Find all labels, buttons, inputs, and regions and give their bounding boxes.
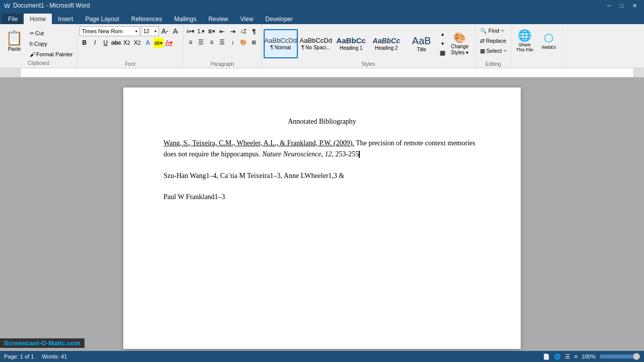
zoom-slider[interactable]	[600, 354, 640, 358]
webex-button[interactable]: ⬡ WebEx	[538, 26, 560, 55]
clipboard-others: ✂ Cut ⎘ Copy 🖌 Format Painter	[28, 27, 75, 60]
find-icon: 🔍	[480, 28, 487, 34]
font-group-label: Font	[125, 61, 135, 68]
underline-button[interactable]: U	[101, 38, 111, 48]
style-normal-preview: AaBbCcDd	[265, 37, 297, 44]
paste-button[interactable]: 📋 Paste	[2, 27, 27, 54]
font-name-dropdown[interactable]: Times New Rom ▾	[79, 26, 140, 36]
authors-line1: Szu-Han Wang1–4, Ca´tia M Teixeira1–3, A…	[164, 172, 344, 179]
font-size-value: 12	[143, 28, 149, 34]
styles-gallery: AaBbCcDd ¶ Normal AaBbCcDd ¶ No Spaci...…	[264, 29, 439, 58]
document-body[interactable]: Wang, S., Teixeira, C.M., Wheeler, A.L.,…	[164, 138, 480, 203]
align-left-button[interactable]: ≡	[186, 37, 196, 47]
style-normal-label: ¶ Normal	[271, 45, 291, 50]
style-heading2[interactable]: AaBbCc Heading 2	[369, 29, 404, 58]
style-heading2-label: Heading 2	[375, 45, 398, 51]
show-hide-button[interactable]: ¶	[249, 26, 259, 36]
style-normal[interactable]: AaBbCcDd ¶ Normal	[264, 29, 298, 58]
decrease-font-button[interactable]: A-	[171, 26, 181, 36]
tab-file[interactable]: File	[2, 14, 24, 24]
style-title[interactable]: AaB Title	[405, 29, 439, 58]
styles-expand-button[interactable]: ⬛	[439, 49, 447, 57]
tab-view[interactable]: View	[234, 14, 260, 24]
align-right-button[interactable]: ≡	[207, 37, 217, 47]
shading-button[interactable]: 🎨	[238, 37, 249, 47]
style-no-spacing-preview: AaBbCcDd	[300, 37, 332, 44]
cut-icon: ✂	[30, 30, 34, 37]
highlight-color-button[interactable]: ab▾	[153, 38, 164, 48]
authors-paragraph2: Paul W Frankland1–3	[164, 192, 480, 203]
change-styles-icon: 🎨	[453, 32, 466, 44]
share-this-file-button[interactable]: 🌐 ShareThis File	[514, 26, 536, 55]
font-color-button[interactable]: A▾	[164, 38, 174, 48]
status-right: 📄 🌐 ☰ ≡ 100%	[543, 353, 640, 360]
cut-button[interactable]: ✂ Cut	[28, 28, 75, 38]
replace-button[interactable]: ⇄ Replace	[477, 36, 509, 45]
editing-group: 🔍 Find ~ ⇄ Replace ▦ Select ~ Editing	[475, 24, 512, 68]
ribbon-tabs: File Home Insert Page Layout References …	[0, 11, 644, 24]
style-heading1[interactable]: AaBbCc Heading 1	[334, 29, 368, 58]
paragraph-group-label: Paragraph	[210, 61, 234, 68]
document-page: Annotated Bibliography Wang, S., Teixeir…	[123, 87, 521, 349]
style-no-spacing[interactable]: AaBbCcDd ¶ No Spaci...	[299, 29, 333, 58]
change-styles-button[interactable]: 🎨 ChangeStyles ▾	[447, 29, 473, 58]
tab-mailings[interactable]: Mailings	[168, 14, 202, 24]
style-title-label: Title	[417, 47, 426, 52]
share-icon: 🌐	[518, 29, 531, 42]
authors-line2: Paul W Frankland1–3	[164, 193, 225, 201]
multilevel-button[interactable]: ≣▾	[207, 27, 217, 36]
view-mode-outline-icon[interactable]: ☰	[565, 353, 570, 360]
align-center-button[interactable]: ☰	[196, 37, 206, 47]
strikethrough-button[interactable]: abc	[111, 38, 121, 48]
maximize-button[interactable]: □	[617, 3, 626, 9]
tab-page-layout[interactable]: Page Layout	[79, 14, 125, 24]
find-button[interactable]: 🔍 Find ~	[477, 26, 507, 35]
select-button[interactable]: ▦ Select ~	[477, 46, 509, 55]
increase-font-button[interactable]: A+	[160, 26, 170, 36]
subscript-button[interactable]: X2	[122, 38, 132, 48]
ruler-left-margin	[0, 68, 20, 77]
tab-review[interactable]: Review	[202, 14, 234, 24]
view-mode-print-icon[interactable]: 📄	[543, 353, 550, 360]
webex-label: WebEx	[541, 45, 556, 50]
style-no-spacing-label: ¶ No Spaci...	[301, 45, 330, 50]
styles-down-button[interactable]: ▼	[439, 40, 447, 48]
minimize-button[interactable]: ─	[604, 3, 614, 9]
webex-icon: ⬡	[544, 32, 553, 45]
tab-developer[interactable]: Developer	[259, 14, 299, 24]
authors-paragraph1: Szu-Han Wang1–4, Ca´tia M Teixeira1–3, A…	[164, 170, 480, 182]
sort-button[interactable]: ↕Z	[238, 26, 249, 36]
tab-references[interactable]: References	[125, 14, 168, 24]
ruler-ticks	[21, 68, 633, 77]
italic-button[interactable]: I	[90, 38, 100, 48]
font-size-dropdown[interactable]: 12 ▾	[141, 26, 159, 36]
styles-up-button[interactable]: ▲	[439, 30, 447, 38]
word-logo: W	[4, 2, 10, 10]
increase-indent-button[interactable]: ⇥	[228, 26, 238, 36]
tab-home[interactable]: Home	[24, 14, 52, 24]
zoom-slider-handle[interactable]	[633, 353, 640, 360]
title-bar-title: Document1 - Microsoft Word	[13, 2, 90, 9]
find-label: Find ~	[489, 28, 504, 34]
view-mode-web-icon[interactable]: 🌐	[554, 353, 561, 360]
borders-button[interactable]: ⊞	[249, 37, 259, 47]
ruler-main[interactable]	[20, 68, 634, 77]
line-spacing-button[interactable]: ↕	[228, 37, 238, 47]
share-group: 🌐 ShareThis File ⬡ WebEx	[512, 24, 562, 68]
text-effects-button[interactable]: A	[143, 38, 153, 48]
copy-button[interactable]: ⎘ Copy	[28, 39, 75, 49]
numbering-button[interactable]: 1.▾	[196, 27, 206, 36]
svg-rect-0	[21, 68, 633, 77]
view-mode-draft-icon[interactable]: ≡	[574, 353, 577, 359]
decrease-indent-button[interactable]: ⇤	[217, 26, 227, 36]
close-button[interactable]: ✕	[629, 3, 640, 9]
citation-paragraph: Wang, S., Teixeira, C.M., Wheeler, A.L.,…	[164, 138, 480, 160]
font-name-chevron: ▾	[135, 29, 137, 34]
clipboard-group: 📋 Paste ✂ Cut ⎘ Copy 🖌 Format Pain	[0, 24, 77, 68]
superscript-button[interactable]: X2	[132, 38, 142, 48]
justify-button[interactable]: ☰	[217, 37, 227, 47]
bullets-button[interactable]: ≡•▾	[186, 27, 196, 36]
tab-insert[interactable]: Insert	[52, 14, 79, 24]
bold-button[interactable]: B	[79, 38, 90, 48]
format-painter-button[interactable]: 🖌 Format Painter	[28, 49, 75, 59]
